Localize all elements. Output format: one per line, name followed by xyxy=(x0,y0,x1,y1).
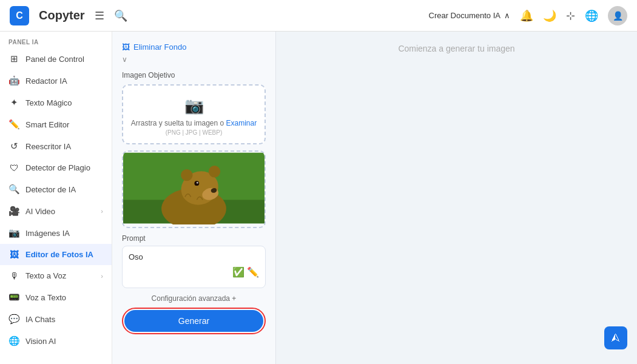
advanced-config-link[interactable]: Configuración avanzada + xyxy=(122,294,266,303)
svg-point-5 xyxy=(209,166,220,177)
header-left: C Copyter ☰ 🔍 xyxy=(10,6,127,25)
sidebar-item-editor-fotos[interactable]: 🖼 Editor de Fotos IA xyxy=(0,244,112,265)
generate-btn-wrap: Generar xyxy=(122,308,266,334)
sidebar-item-panel-control[interactable]: ⊞ Panel de Control xyxy=(0,48,112,70)
sidebar-label-reescritor-ia: Reescritor IA xyxy=(25,142,71,151)
sidebar-label-ia-chats: IA Chats xyxy=(25,315,55,324)
sidebar: PANEL IA ⊞ Panel de Control 🤖 Redactor I… xyxy=(0,32,112,364)
svg-point-9 xyxy=(197,182,198,184)
prompt-icons: ✅ ✏️ xyxy=(129,266,259,278)
bear-image xyxy=(123,152,265,224)
sidebar-label-vision-ai: Vision AI xyxy=(25,337,56,346)
main-area: 🖼 Eliminar Fondo ∨ Imagen Objetivo 📷 Arr… xyxy=(112,32,637,364)
sidebar-icon-panel-control: ⊞ xyxy=(8,53,19,64)
sidebar-icon-redactor-ia: 🤖 xyxy=(8,75,19,86)
sidebar-icon-texto-voz: 🎙 xyxy=(8,271,19,281)
logo-icon: C xyxy=(10,6,29,25)
chevron-icon: › xyxy=(101,272,103,280)
generate-button[interactable]: Generar xyxy=(124,310,263,332)
sidebar-item-detector-ia[interactable]: 🔍 Detector de IA xyxy=(0,178,112,200)
svg-point-4 xyxy=(181,169,192,181)
tool-panel: 🖼 Eliminar Fondo ∨ Imagen Objetivo 📷 Arr… xyxy=(112,32,276,364)
sidebar-item-vision-ai[interactable]: 🌐 Vision AI xyxy=(0,330,112,352)
sidebar-item-texto-voz[interactable]: 🎙 Texto a Voz › xyxy=(0,265,112,286)
sidebar-label-imagenes-ia: Imágenes IA xyxy=(25,229,70,238)
chevron-icon: › xyxy=(101,207,103,215)
sidebar-icon-editor-fotos: 🖼 xyxy=(8,249,19,260)
sidebar-label-smart-editor: Smart Editor xyxy=(25,120,69,129)
sidebar-label-texto-voz: Texto a Voz xyxy=(25,271,66,280)
sidebar-item-ia-chats[interactable]: 💬 IA Chats xyxy=(0,308,112,330)
create-doc-button[interactable]: Crear Documento IA ∧ xyxy=(429,11,511,20)
sidebar-label-voz-texto: Voz a Texto xyxy=(25,293,66,302)
sidebar-icon-reescritor-ia: ↺ xyxy=(8,141,19,152)
sidebar-label-redactor-ia: Redactor IA xyxy=(25,76,67,86)
sidebar-icon-vision-ai: 🌐 xyxy=(8,335,19,346)
sidebar-icon-ia-chats: 💬 xyxy=(8,314,19,325)
sidebar-item-redactor-ia[interactable]: 🤖 Redactor IA xyxy=(0,70,112,92)
sidebar-icon-texto-magico: ✦ xyxy=(8,97,19,108)
sidebar-icon-detector-ia: 🔍 xyxy=(8,184,19,195)
preview-panel: Comienza a generar tu imagen xyxy=(276,32,637,364)
collapse-arrow[interactable]: ∨ xyxy=(122,54,266,69)
search-icon[interactable]: 🔍 xyxy=(114,9,127,22)
prompt-box[interactable]: Oso ✅ ✏️ xyxy=(122,246,266,288)
sidebar-item-ai-video[interactable]: 🎥 AI Video › xyxy=(0,200,112,222)
sidebar-items: ⊞ Panel de Control 🤖 Redactor IA ✦ Texto… xyxy=(0,48,112,352)
check-icon[interactable]: ✅ xyxy=(232,266,244,278)
logo-name: Copyter xyxy=(39,8,85,22)
tool-panel-inner: 🖼 Eliminar Fondo ∨ Imagen Objetivo 📷 Arr… xyxy=(112,32,275,349)
image-icon: 🖼 xyxy=(122,42,130,52)
sidebar-label-editor-fotos: Editor de Fotos IA xyxy=(25,250,93,259)
body: PANEL IA ⊞ Panel de Control 🤖 Redactor I… xyxy=(0,32,637,364)
sidebar-label-detector-plagio: Detector de Plagio xyxy=(25,163,90,172)
header-right: Crear Documento IA ∧ 🔔 🌙 ⊹ 🌐 👤 xyxy=(429,6,628,25)
sidebar-label-ai-video: AI Video xyxy=(25,207,55,216)
sidebar-item-smart-editor[interactable]: ✏️ Smart Editor xyxy=(0,113,112,135)
preview-placeholder: Comienza a generar tu imagen xyxy=(398,44,514,53)
sidebar-icon-ai-video: 🎥 xyxy=(8,206,19,217)
edit-icon[interactable]: ✏️ xyxy=(247,266,259,278)
scroll-up-button[interactable]: ⮙ xyxy=(604,326,627,349)
prompt-label: Prompt xyxy=(122,234,266,243)
sidebar-item-texto-magico[interactable]: ✦ Texto Mágico xyxy=(0,92,112,113)
upload-formats: (PNG | JPG | WEBP) xyxy=(129,129,258,136)
sidebar-icon-smart-editor: ✏️ xyxy=(8,119,19,130)
avatar[interactable]: 👤 xyxy=(608,6,627,25)
sidebar-label-panel-control: Panel de Control xyxy=(25,55,84,64)
remove-bg-link[interactable]: 🖼 Eliminar Fondo xyxy=(122,36,266,54)
sidebar-icon-voz-texto: 📟 xyxy=(8,292,19,303)
uploaded-image-container xyxy=(122,150,266,228)
scroll-up-icon: ⮙ xyxy=(611,332,621,343)
header: C Copyter ☰ 🔍 Crear Documento IA ∧ 🔔 🌙 ⊹… xyxy=(0,0,637,32)
sidebar-section-label: PANEL IA xyxy=(0,32,112,48)
camera-icon: 📷 xyxy=(129,96,258,115)
grid-icon[interactable]: ⊹ xyxy=(566,9,575,22)
sidebar-icon-imagenes-ia: 📷 xyxy=(8,228,19,238)
sidebar-item-voz-texto[interactable]: 📟 Voz a Texto xyxy=(0,286,112,308)
sidebar-item-imagenes-ia[interactable]: 📷 Imágenes IA xyxy=(0,222,112,244)
moon-icon[interactable]: 🌙 xyxy=(543,9,556,22)
globe-icon[interactable]: 🌐 xyxy=(585,9,598,22)
sidebar-label-texto-magico: Texto Mágico xyxy=(25,98,72,107)
browse-link[interactable]: Examinar xyxy=(226,119,257,127)
upload-area[interactable]: 📷 Arrastra y suelta tu imagen o Examinar… xyxy=(122,84,266,144)
prompt-text: Oso xyxy=(129,252,259,261)
sidebar-icon-detector-plagio: 🛡 xyxy=(8,163,19,173)
sidebar-item-reescritor-ia[interactable]: ↺ Reescritor IA xyxy=(0,135,112,157)
notification-icon[interactable]: 🔔 xyxy=(520,9,533,22)
sidebar-label-detector-ia: Detector de IA xyxy=(25,185,76,194)
upload-text: Arrastra y suelta tu imagen o Examinar xyxy=(129,119,258,127)
menu-icon[interactable]: ☰ xyxy=(95,9,104,22)
image-target-label: Imagen Objetivo xyxy=(122,71,266,79)
sidebar-item-detector-plagio[interactable]: 🛡 Detector de Plagio xyxy=(0,157,112,178)
